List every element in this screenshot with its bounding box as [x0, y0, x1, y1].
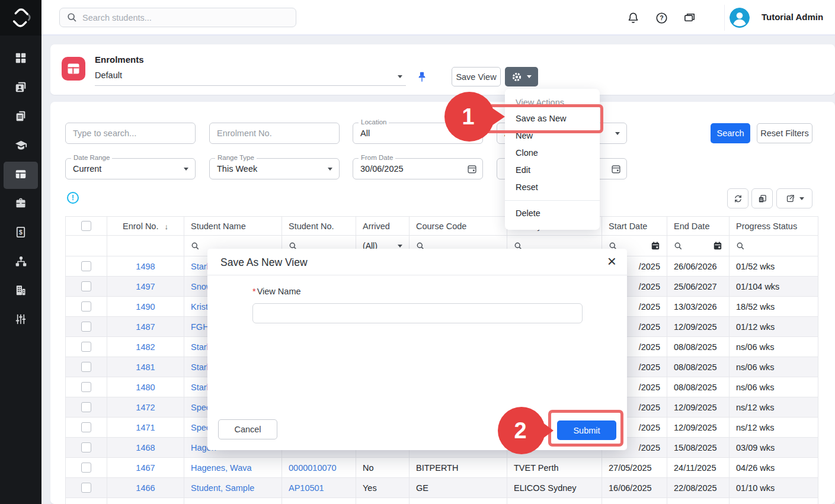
enrol-no-link[interactable]: 1480	[136, 383, 155, 392]
enrol-no-link[interactable]: 1487	[136, 322, 155, 332]
refresh-button[interactable]	[727, 188, 748, 208]
reset-filters-button[interactable]: Reset Filters	[757, 123, 812, 143]
notifications-bell-icon[interactable]	[625, 10, 641, 25]
view-select[interactable]: Default	[95, 68, 406, 86]
submit-button[interactable]: Submit	[557, 420, 616, 440]
filter-range-type[interactable]: Range TypeThis Week	[209, 158, 340, 179]
row-checkbox[interactable]	[81, 402, 91, 412]
enrol-no-link[interactable]: 1498	[136, 262, 155, 271]
sidebar-item-enrolments[interactable]	[4, 162, 38, 189]
enrol-no-cell[interactable]: 1480	[107, 377, 184, 397]
enrol-no-cell[interactable]: 1472	[107, 397, 184, 418]
app-logo[interactable]	[0, 0, 41, 36]
enrol-no-link[interactable]: 1481	[136, 362, 155, 372]
menu-item-delete[interactable]: Delete	[505, 205, 600, 222]
sidebar-item-students[interactable]	[4, 75, 38, 102]
column-header-enrol-no-[interactable]: Enrol No.↓	[107, 217, 184, 236]
sidebar-item-pages[interactable]	[4, 104, 38, 131]
filter-search-text[interactable]: Type to search...	[65, 123, 196, 144]
filter-date-range[interactable]: Date RangeCurrent	[65, 158, 196, 179]
filter-location[interactable]: LocationAll	[353, 123, 483, 144]
column-header-course-code[interactable]: Course Code	[409, 217, 507, 236]
enrol-no-cell[interactable]: 1467	[107, 458, 184, 478]
row-select-cell[interactable]	[66, 317, 107, 337]
row-select-cell[interactable]	[66, 277, 107, 297]
enrol-no-link[interactable]: 1467	[136, 463, 155, 473]
enrol-no-link[interactable]: 1466	[136, 483, 155, 493]
enrol-no-cell[interactable]: 1498	[107, 256, 184, 277]
row-select-cell[interactable]	[66, 397, 107, 418]
select-all-header[interactable]	[66, 217, 107, 236]
filter-from-date[interactable]: From Date30/06/2025	[353, 158, 483, 179]
column-header-start-date[interactable]: Start Date	[602, 217, 667, 236]
student-no-cell[interactable]	[282, 498, 356, 504]
row-checkbox[interactable]	[81, 301, 91, 312]
student-name-cell[interactable]: Hagenes, Wava	[184, 458, 282, 478]
row-select-cell[interactable]	[66, 458, 107, 478]
sidebar-item-settings[interactable]	[4, 307, 38, 334]
sidebar-item-network[interactable]	[4, 249, 38, 276]
menu-item-new[interactable]: New	[505, 127, 600, 145]
row-checkbox[interactable]	[81, 442, 91, 452]
row-select-cell[interactable]	[66, 256, 107, 277]
row-select-cell[interactable]	[66, 438, 107, 458]
enrol-no-link[interactable]: 1468	[136, 443, 155, 452]
sidebar-item-briefcase[interactable]	[4, 191, 38, 218]
column-filter-8[interactable]	[667, 236, 730, 256]
enrol-no-link[interactable]: 1472	[136, 403, 155, 412]
enrol-no-cell[interactable]: 1482	[107, 337, 184, 357]
menu-item-reset[interactable]: Reset	[505, 179, 600, 196]
enrol-no-cell[interactable]: 1497	[107, 277, 184, 297]
close-icon[interactable]: ×	[607, 252, 616, 270]
enrol-no-cell[interactable]: 1471	[107, 418, 184, 438]
view-actions-gear-button[interactable]	[505, 67, 538, 86]
student-no-cell[interactable]: 0000010070	[282, 458, 356, 478]
student-name-link[interactable]: Hagenes, Wava	[191, 463, 252, 473]
global-search-input[interactable]: Search students...	[59, 8, 296, 27]
column-header-student-name[interactable]: Student Name	[184, 217, 282, 236]
column-header-end-date[interactable]: End Date	[667, 217, 730, 236]
menu-item-save-as-new[interactable]: Save as New	[505, 110, 600, 127]
cancel-button[interactable]: Cancel	[218, 419, 277, 439]
row-checkbox[interactable]	[81, 281, 91, 291]
column-header-student-no-[interactable]: Student No.	[282, 217, 356, 236]
row-select-cell[interactable]	[66, 418, 107, 438]
row-select-cell[interactable]	[66, 357, 107, 377]
info-icon[interactable]: !	[67, 192, 79, 204]
search-button[interactable]: Search	[711, 123, 750, 143]
sidebar-item-finance[interactable]: $	[4, 220, 38, 247]
row-checkbox[interactable]	[81, 322, 91, 332]
filter-enrolment-no[interactable]: Enrolment No.	[209, 123, 340, 144]
student-name-cell[interactable]: Student, Sample	[184, 478, 282, 498]
column-header-arrived[interactable]: Arrived	[356, 217, 409, 236]
row-select-cell[interactable]	[66, 337, 107, 357]
enrol-no-link[interactable]: 1471	[136, 423, 155, 432]
enrol-no-cell[interactable]: 1481	[107, 357, 184, 377]
row-checkbox[interactable]	[81, 382, 91, 392]
menu-item-clone[interactable]: Clone	[505, 145, 600, 162]
row-checkbox[interactable]	[81, 362, 91, 372]
user-name[interactable]: Tutorial Admin	[762, 12, 823, 22]
row-select-cell[interactable]	[66, 478, 107, 498]
help-icon[interactable]: ?	[654, 10, 669, 25]
save-view-button[interactable]: Save View	[452, 67, 501, 86]
enrol-no-cell[interactable]: 1468	[107, 438, 184, 458]
student-name-cell[interactable]	[184, 498, 282, 504]
enrol-no-link[interactable]: 1482	[136, 342, 155, 352]
chat-icon[interactable]	[682, 10, 697, 25]
enrol-no-link[interactable]: 1497	[136, 282, 155, 291]
enrol-no-cell[interactable]: 1466	[107, 478, 184, 498]
student-no-link[interactable]: 0000010070	[289, 463, 337, 473]
row-checkbox[interactable]	[81, 422, 91, 432]
sort-descending-icon[interactable]: ↓	[164, 222, 168, 231]
student-no-cell[interactable]: AP10501	[282, 478, 356, 498]
menu-item-edit[interactable]: Edit	[505, 162, 600, 179]
row-select-cell[interactable]	[66, 498, 107, 504]
row-checkbox[interactable]	[81, 342, 91, 352]
sidebar-item-organisation[interactable]	[4, 278, 38, 305]
select-all-checkbox[interactable]	[81, 221, 91, 231]
enrol-no-cell[interactable]	[107, 498, 184, 504]
export-button[interactable]	[776, 188, 812, 208]
row-checkbox[interactable]	[81, 261, 91, 271]
student-no-link[interactable]: AP10501	[289, 483, 324, 493]
